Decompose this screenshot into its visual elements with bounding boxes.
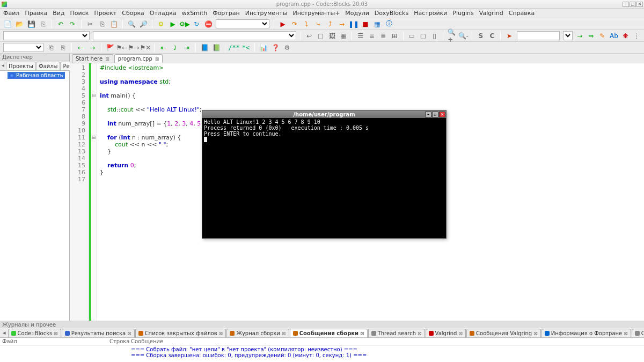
menu-plugins[interactable]: Plugins bbox=[452, 10, 473, 17]
terminal-minimize-button[interactable]: – bbox=[425, 112, 431, 117]
menu-правка[interactable]: Правка bbox=[25, 10, 47, 17]
sidebar-tab-files[interactable]: Файлы bbox=[36, 62, 61, 70]
undo-icon[interactable]: ↶ bbox=[56, 20, 65, 28]
debug-stop-icon[interactable]: ■ bbox=[361, 20, 370, 28]
log-tab-4[interactable]: Сообщения сборки⊠ bbox=[290, 329, 368, 337]
terminal-close-button[interactable]: ✕ bbox=[439, 112, 445, 117]
find-replace-icon[interactable]: 🔎 bbox=[139, 20, 148, 28]
build-target-select[interactable] bbox=[216, 19, 269, 28]
settings-icon[interactable]: ⚙ bbox=[283, 43, 291, 52]
nav4-icon[interactable]: ⤸ bbox=[171, 43, 179, 52]
terminal-maximize-button[interactable]: ▫ bbox=[432, 112, 438, 117]
help-icon[interactable]: ❓ bbox=[271, 43, 280, 52]
doc2-icon[interactable]: 📗 bbox=[212, 43, 221, 52]
menu-valgrind[interactable]: Valgrind bbox=[479, 10, 503, 17]
rect3-icon[interactable]: ▯ bbox=[430, 32, 438, 40]
nav-back-icon[interactable]: ↩ bbox=[305, 32, 313, 40]
search-prev-icon[interactable]: ⇒ bbox=[587, 32, 595, 40]
log-tab-0[interactable]: Code::Blocks⊠ bbox=[8, 329, 61, 337]
rect1-icon[interactable]: ▭ bbox=[408, 32, 416, 40]
step-out-icon[interactable]: ⤴ bbox=[326, 20, 334, 28]
debug-run-icon[interactable]: ▶ bbox=[279, 20, 287, 28]
log-tab-7[interactable]: Сообщения Valgring⊠ bbox=[466, 329, 541, 337]
log-tab-3[interactable]: Журнал сборки⊠ bbox=[226, 329, 289, 337]
menu-проект[interactable]: Проект bbox=[94, 10, 116, 17]
align1-icon[interactable]: ☰ bbox=[356, 32, 364, 40]
log-tab-left-arrow[interactable]: ◂ bbox=[1, 328, 8, 337]
menu-настройки[interactable]: Настройки bbox=[414, 10, 447, 17]
sidebar-tab-left-arrow[interactable]: ◂ bbox=[0, 61, 6, 70]
menu-wxsmith[interactable]: wxSmith bbox=[182, 10, 208, 17]
open-icon[interactable]: 📂 bbox=[15, 20, 24, 28]
menu-файл[interactable]: Файл bbox=[3, 10, 19, 17]
terminal-window[interactable]: /home/user/program – ▫ ✕ Hello ALT Linux… bbox=[202, 110, 447, 239]
menu-поиск[interactable]: Поиск bbox=[70, 10, 89, 17]
bookmark-icon[interactable]: 🚩 bbox=[106, 43, 114, 52]
menu-инструменты[interactable]: Инструменты bbox=[245, 10, 288, 17]
regex-icon[interactable]: ❋ bbox=[621, 32, 630, 40]
search-arrow-icon[interactable]: ➤ bbox=[505, 32, 513, 40]
redo-icon[interactable]: ↷ bbox=[68, 20, 77, 28]
sidebar-tab-projects[interactable]: Проекты bbox=[6, 62, 36, 70]
workspace-node[interactable]: Рабочая область bbox=[8, 72, 65, 79]
find-icon[interactable]: 🔍 bbox=[127, 20, 136, 28]
bm-clear-icon[interactable]: ⚑✕ bbox=[141, 43, 150, 52]
zoom-in-icon[interactable]: 🔍+ bbox=[448, 32, 456, 40]
nav3-icon[interactable]: ⇤ bbox=[159, 43, 167, 52]
step-over-icon[interactable]: ⤵ bbox=[302, 20, 311, 28]
new-file-icon[interactable]: 📄 bbox=[3, 20, 12, 28]
debug-window-icon[interactable]: ▦ bbox=[373, 20, 382, 28]
debug-next-icon[interactable]: → bbox=[338, 20, 346, 28]
paste-icon[interactable]: 📋 bbox=[109, 20, 118, 28]
tab-start-close-icon[interactable]: ⊠ bbox=[105, 56, 109, 62]
nav2-icon[interactable]: → bbox=[88, 43, 97, 52]
search-next-icon[interactable]: → bbox=[576, 32, 584, 40]
terminal-body[interactable]: Hello ALT Linux!1 2 3 4 5 6 7 8 9 10 Pro… bbox=[202, 118, 446, 144]
c-letter-icon[interactable]: C bbox=[488, 32, 496, 40]
align4-icon[interactable]: ⊞ bbox=[391, 32, 399, 40]
log-tab-5[interactable]: Thread search⊠ bbox=[368, 329, 425, 337]
image-icon[interactable]: 🖼 bbox=[328, 32, 336, 40]
highlight-icon[interactable]: ✎ bbox=[598, 32, 606, 40]
terminal-titlebar[interactable]: /home/user/program – ▫ ✕ bbox=[202, 110, 446, 118]
build-icon[interactable]: ⚙ bbox=[157, 20, 165, 28]
log-tab-9[interactable]: Cscope⊠ bbox=[632, 329, 644, 337]
log-tab-8[interactable]: Информация о Фортране⊠ bbox=[541, 329, 631, 337]
nav1-icon[interactable]: ← bbox=[76, 43, 85, 52]
symbols-select[interactable] bbox=[3, 31, 90, 40]
step-into-icon[interactable]: ⤷ bbox=[314, 20, 323, 28]
search-input[interactable] bbox=[517, 31, 560, 40]
rebuild-icon[interactable]: ↻ bbox=[192, 20, 201, 28]
grid-icon[interactable]: ▦ bbox=[339, 32, 347, 40]
menu-вид[interactable]: Вид bbox=[53, 10, 64, 17]
debug-pause-icon[interactable]: ❚❚ bbox=[349, 20, 358, 28]
copy-icon[interactable]: ⎘ bbox=[98, 20, 106, 28]
jump-select[interactable] bbox=[3, 43, 43, 52]
menu-отладка[interactable]: Отладка bbox=[150, 10, 177, 17]
window-maximize-button[interactable]: ▢ bbox=[630, 2, 636, 7]
ref1-icon[interactable]: ⎗ bbox=[47, 43, 55, 52]
save-all-icon[interactable]: ⎘ bbox=[39, 20, 47, 28]
filter-icon[interactable]: ⋮ bbox=[633, 32, 641, 40]
search-options-select[interactable] bbox=[563, 31, 573, 40]
align2-icon[interactable]: ≡ bbox=[368, 32, 376, 40]
align3-icon[interactable]: ≣ bbox=[379, 32, 387, 40]
run-icon[interactable]: ▶ bbox=[169, 20, 177, 28]
menu-сборка[interactable]: Сборка bbox=[122, 10, 144, 17]
debug-continue-icon[interactable]: ↷ bbox=[290, 20, 299, 28]
menu-doxyblocks[interactable]: DoxyBlocks bbox=[375, 10, 408, 17]
bm-prev-icon[interactable]: ⚑← bbox=[118, 43, 126, 52]
menu-модули[interactable]: Модули bbox=[345, 10, 369, 17]
debug-info-icon[interactable]: ⓘ bbox=[385, 20, 393, 28]
rect2-icon[interactable]: ▢ bbox=[419, 32, 427, 40]
cut-icon[interactable]: ✂ bbox=[86, 20, 94, 28]
log-tab-6[interactable]: Valgrind⊠ bbox=[426, 329, 466, 337]
block-icon[interactable]: ▢ bbox=[317, 32, 325, 40]
save-icon[interactable]: 💾 bbox=[27, 20, 35, 28]
menu-фортран[interactable]: Фортран bbox=[213, 10, 240, 17]
build-run-icon[interactable]: ⚙▶ bbox=[180, 20, 189, 28]
comment-icon[interactable]: /** bbox=[230, 43, 238, 52]
log-tab-1[interactable]: Результаты поиска⊠ bbox=[62, 329, 135, 337]
tab-program-cpp[interactable]: program.cpp ⊠ bbox=[114, 54, 163, 63]
window-minimize-button[interactable]: – bbox=[623, 2, 629, 7]
